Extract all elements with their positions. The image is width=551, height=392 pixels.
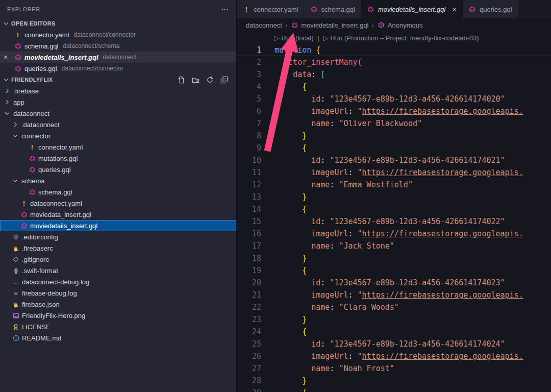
open-editor-schema.gql[interactable]: schema.gqldataconnect/schema xyxy=(0,40,236,52)
code-line-22[interactable]: 22 name: "Clara Woods" xyxy=(237,301,551,313)
breadcrumb-item-moviedetails_insert.gql[interactable]: moviedetails_insert.gql xyxy=(290,21,368,29)
line-number[interactable]: 22 xyxy=(237,301,261,313)
line-number[interactable]: 24 xyxy=(237,326,261,338)
tree-item-dataconnect-debug.log[interactable]: ≡dataconnect-debug.log xyxy=(0,276,236,287)
code-line-3[interactable]: 3 data: [ xyxy=(237,68,551,81)
tree-item-firebase-debug.log[interactable]: ≡firebase-debug.log xyxy=(0,287,236,299)
run-local-link[interactable]: ▷ Run (local) xyxy=(274,34,313,42)
url-link[interactable]: https://firebasestorage.googleapis. xyxy=(362,166,523,179)
line-number[interactable]: 1 xyxy=(237,44,261,56)
tree-item-queries.gql[interactable]: queries.gql xyxy=(0,164,236,175)
code-line-7[interactable]: 7 name: "Oliver Blackwood" xyxy=(237,117,551,130)
tree-item-.gitignore[interactable]: .gitignore xyxy=(0,254,236,265)
code-line-26[interactable]: 26 imageUrl: "https://firebasestorage.go… xyxy=(237,350,551,362)
code-line-1[interactable]: 1mutation { xyxy=(237,44,551,56)
url-link[interactable]: https://firebasestorage.googleapis. xyxy=(362,289,523,301)
code-line-5[interactable]: 5 id: "123e4567-e89b-12d3-a456-426614174… xyxy=(237,93,551,105)
tab-moviedetails_insert.gql[interactable]: moviedetails_insert.gql× xyxy=(361,0,463,18)
code-line-19[interactable]: 19 { xyxy=(237,264,551,277)
code-line-12[interactable]: 12 name: "Emma Westfield" xyxy=(237,179,551,191)
line-number[interactable]: 20 xyxy=(237,277,261,289)
code-line-14[interactable]: 14 { xyxy=(237,203,551,215)
tree-item-moviedetails_insert.gql[interactable]: moviedetails_insert.gql xyxy=(0,220,236,231)
code-line-4[interactable]: 4 { xyxy=(237,81,551,93)
line-number[interactable]: 11 xyxy=(237,166,261,179)
line-number[interactable]: 12 xyxy=(237,179,261,191)
tree-item-moviedata_insert.gql[interactable]: moviedata_insert.gql xyxy=(0,209,236,220)
line-number[interactable]: 19 xyxy=(237,264,261,277)
tree-item-FriendlyFlix-Hero.png[interactable]: FriendlyFlix-Hero.png xyxy=(0,310,236,321)
line-number[interactable]: 15 xyxy=(237,215,261,228)
collapse-all-icon[interactable] xyxy=(220,76,228,84)
tab-connector.yaml[interactable]: !connector.yaml xyxy=(237,0,304,18)
code-line-6[interactable]: 6 imageUrl: "https://firebasestorage.goo… xyxy=(237,105,551,117)
more-actions-icon[interactable]: ⋯ xyxy=(221,5,229,14)
tab-schema.gql[interactable]: schema.gql xyxy=(304,0,361,18)
run-production-link[interactable]: ▷ Run (Production – Project: friendly-fl… xyxy=(323,34,479,42)
line-number[interactable]: 18 xyxy=(237,252,261,264)
open-editor-connector.yaml[interactable]: !connector.yamldataconnect/connector xyxy=(0,29,236,40)
code-line-18[interactable]: 18 } xyxy=(237,252,551,264)
tree-item-dataconnect.yaml[interactable]: !dataconnect.yaml xyxy=(0,198,236,209)
line-number[interactable]: 6 xyxy=(237,105,261,117)
code-line-10[interactable]: 10 id: "123e4567-e89b-12d3-a456-42661417… xyxy=(237,154,551,166)
line-number[interactable]: 7 xyxy=(237,117,261,130)
code-line-29[interactable]: 29 { xyxy=(237,387,551,392)
code-line-27[interactable]: 27 name: "Noah Frost" xyxy=(237,362,551,375)
line-number[interactable]: 28 xyxy=(237,375,261,387)
breadcrumb-item-Anonymous[interactable]: Anonymous xyxy=(377,21,423,29)
code-line-23[interactable]: 23 } xyxy=(237,313,551,326)
line-number[interactable]: 25 xyxy=(237,338,261,350)
code-line-8[interactable]: 8 } xyxy=(237,130,551,142)
tree-item-.swift-format[interactable]: {}.swift-format xyxy=(0,265,236,276)
tree-item-connector.yaml[interactable]: !connector.yaml xyxy=(0,141,236,153)
tree-item-dataconnect[interactable]: dataconnect xyxy=(0,108,236,119)
tree-item-firebase.json[interactable]: firebase.json xyxy=(0,299,236,310)
url-link[interactable]: https://firebasestorage.googleapis. xyxy=(362,105,523,117)
line-number[interactable]: 5 xyxy=(237,93,261,105)
code-line-2[interactable]: 2 actor_insertMany( xyxy=(237,56,551,68)
url-link[interactable]: https://firebasestorage.googleapis. xyxy=(362,228,523,240)
line-number[interactable]: 8 xyxy=(237,130,261,142)
line-number[interactable]: 27 xyxy=(237,362,261,375)
code-line-25[interactable]: 25 id: "123e4567-e89b-12d3-a456-42661417… xyxy=(237,338,551,350)
open-editor-moviedetails_insert.gql[interactable]: ×moviedetails_insert.gqldataconnect xyxy=(0,52,236,63)
tree-item-.dataconnect[interactable]: .dataconnect xyxy=(0,119,236,130)
line-number[interactable]: 9 xyxy=(237,142,261,154)
line-number[interactable]: 10 xyxy=(237,154,261,166)
code-line-21[interactable]: 21 imageUrl: "https://firebasestorage.go… xyxy=(237,289,551,301)
url-link[interactable]: https://firebasestorage.googleapis. xyxy=(362,350,523,362)
tree-item-connector[interactable]: connector xyxy=(0,130,236,141)
line-number[interactable]: 23 xyxy=(237,313,261,326)
tab-queries.gql[interactable]: queries.gql xyxy=(463,0,518,18)
tree-item-.firebase[interactable]: .firebase xyxy=(0,85,236,96)
code-line-20[interactable]: 20 id: "123e4567-e89b-12d3-a456-42661417… xyxy=(237,277,551,289)
tree-item-app[interactable]: app xyxy=(0,96,236,108)
tree-item-mutations.gql[interactable]: mutations.gql xyxy=(0,153,236,164)
line-number[interactable]: 17 xyxy=(237,240,261,252)
breadcrumb-item-dataconnect[interactable]: dataconnect xyxy=(246,21,282,29)
refresh-icon[interactable] xyxy=(206,76,214,84)
code-line-24[interactable]: 24 { xyxy=(237,326,551,338)
tree-item-README.md[interactable]: README.md xyxy=(0,332,236,344)
close-editor-icon[interactable]: × xyxy=(0,53,11,61)
line-number[interactable]: 3 xyxy=(237,68,261,81)
code-line-17[interactable]: 17 name: "Jack Stone" xyxy=(237,240,551,252)
new-folder-icon[interactable] xyxy=(191,76,199,84)
new-file-icon[interactable] xyxy=(177,76,185,84)
code-line-9[interactable]: 9 { xyxy=(237,142,551,154)
code-line-11[interactable]: 11 imageUrl: "https://firebasestorage.go… xyxy=(237,166,551,179)
tree-item-.editorconfig[interactable]: .editorconfig xyxy=(0,231,236,242)
code-line-13[interactable]: 13 } xyxy=(237,191,551,203)
line-number[interactable]: 2 xyxy=(237,56,261,68)
code-line-28[interactable]: 28 } xyxy=(237,375,551,387)
tree-item-schema.gql[interactable]: schema.gql xyxy=(0,186,236,198)
line-number[interactable]: 13 xyxy=(237,191,261,203)
code-line-16[interactable]: 16 imageUrl: "https://firebasestorage.go… xyxy=(237,228,551,240)
code-line-15[interactable]: 15 id: "123e4567-e89b-12d3-a456-42661417… xyxy=(237,215,551,228)
line-number[interactable]: 14 xyxy=(237,203,261,215)
line-number[interactable]: 29 xyxy=(237,387,261,392)
line-number[interactable]: 16 xyxy=(237,228,261,240)
workspace-header[interactable]: FRIENDLYFLIX xyxy=(0,74,236,85)
line-number[interactable]: 4 xyxy=(237,81,261,93)
